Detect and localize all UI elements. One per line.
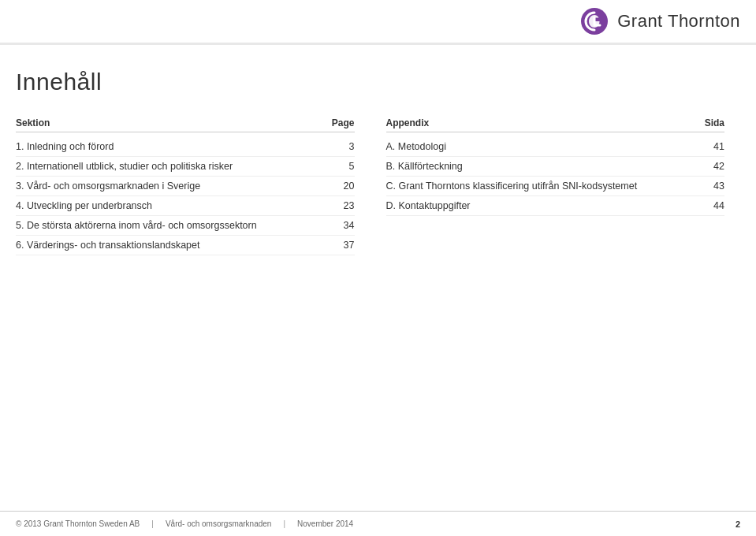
toc-left-row: 6. Värderings- och transaktionslandskape…: [16, 236, 355, 255]
toc-left-row: 2. Internationell utblick, studier och p…: [16, 157, 355, 177]
toc-sida-header: Sida: [705, 117, 724, 128]
toc-left-row: 5. De största aktörerna inom vård- och o…: [16, 216, 355, 236]
toc-left-row-text: 5. De största aktörerna inom vård- och o…: [16, 220, 335, 231]
toc-appendix-header: Appendix: [386, 117, 430, 128]
logo-container: Grant Thornton: [579, 6, 740, 36]
toc-left-row-number: 3: [335, 141, 355, 152]
toc-right-row-number: 41: [705, 141, 724, 152]
toc-left-header: Sektion Page: [16, 117, 355, 132]
toc-right-row-text: B. Källförteckning: [386, 161, 706, 172]
footer-industry: Vård- och omsorgsmarknaden: [166, 519, 272, 528]
footer-date: November 2014: [297, 519, 353, 528]
header: Grant Thornton: [0, 0, 756, 45]
toc-right: Appendix Sida A. Metodologi41B. Källfört…: [371, 117, 725, 255]
toc-section-header: Sektion: [16, 117, 50, 128]
toc-right-row-number: 44: [705, 200, 724, 211]
toc-left-row-number: 20: [335, 181, 355, 192]
footer-left: © 2013 Grant Thornton Sweden AB | Vård- …: [16, 519, 353, 528]
toc-left-row-number: 23: [335, 200, 355, 211]
toc-container: Sektion Page 1. Inledning och förord32. …: [16, 117, 724, 255]
toc-left-row-text: 2. Internationell utblick, studier och p…: [16, 161, 335, 172]
toc-left-row-number: 34: [335, 220, 355, 231]
toc-left-row-text: 4. Utveckling per underbransch: [16, 200, 335, 211]
toc-left-row-text: 6. Värderings- och transaktionslandskape…: [16, 240, 335, 251]
footer-sep1: |: [151, 519, 154, 528]
footer-sep2: |: [283, 519, 285, 528]
toc-right-row-text: A. Metodologi: [386, 141, 706, 152]
toc-left-row-number: 5: [335, 161, 355, 172]
footer: © 2013 Grant Thornton Sweden AB | Vård- …: [0, 511, 756, 536]
toc-left-row: 1. Inledning och förord3: [16, 137, 355, 157]
toc-page-header: Page: [332, 117, 355, 128]
main-content: Innehåll Sektion Page 1. Inledning och f…: [0, 45, 756, 271]
toc-left-row-text: 1. Inledning och förord: [16, 141, 335, 152]
grant-thornton-logo-icon: [579, 6, 609, 36]
logo-text: Grant Thornton: [617, 11, 740, 32]
toc-right-row-text: C. Grant Thorntons klassificering utifrå…: [386, 181, 706, 192]
toc-left: Sektion Page 1. Inledning och förord32. …: [16, 117, 371, 255]
toc-left-row: 4. Utveckling per underbransch23: [16, 196, 355, 216]
toc-right-row: B. Källförteckning42: [386, 157, 725, 177]
toc-right-row-text: D. Kontaktuppgifter: [386, 200, 706, 211]
toc-right-row: C. Grant Thorntons klassificering utifrå…: [386, 177, 725, 196]
toc-right-row: A. Metodologi41: [386, 137, 725, 157]
toc-right-header: Appendix Sida: [386, 117, 725, 132]
toc-right-row-number: 43: [705, 181, 724, 192]
toc-right-row-number: 42: [705, 161, 724, 172]
toc-left-row-text: 3. Vård- och omsorgsmarknaden i Sverige: [16, 181, 335, 192]
footer-copyright: © 2013 Grant Thornton Sweden AB: [16, 519, 140, 528]
page-title: Innehåll: [16, 69, 724, 95]
toc-right-items: A. Metodologi41B. Källförteckning42C. Gr…: [386, 137, 725, 216]
toc-left-row-number: 37: [335, 240, 355, 251]
toc-right-row: D. Kontaktuppgifter44: [386, 196, 725, 216]
footer-page-number: 2: [736, 519, 740, 529]
toc-left-items: 1. Inledning och förord32. Internationel…: [16, 137, 355, 255]
toc-left-row: 3. Vård- och omsorgsmarknaden i Sverige2…: [16, 177, 355, 196]
